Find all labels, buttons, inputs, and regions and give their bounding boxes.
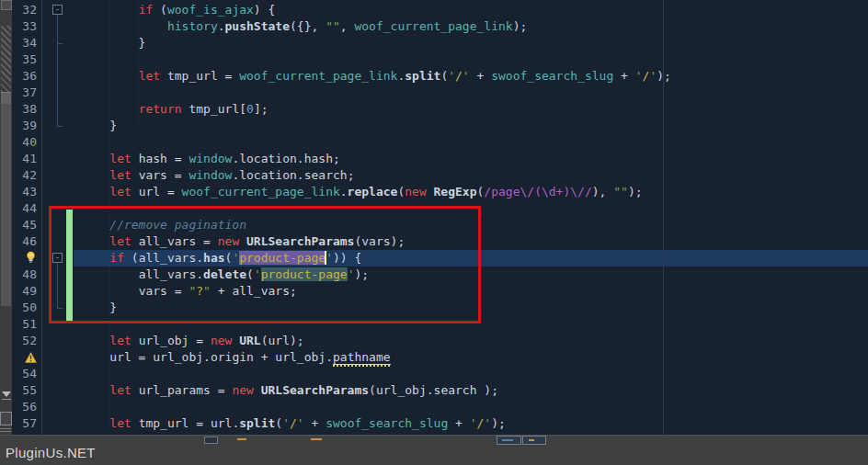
code-text[interactable]: [81, 366, 868, 382]
fold-column: [42, 167, 81, 184]
code-token: tmp_url: [167, 69, 218, 83]
line-number[interactable]: 55: [12, 382, 42, 399]
code-text[interactable]: }: [81, 118, 868, 134]
line-number[interactable]: 34: [12, 35, 42, 51]
left-tool-stripe[interactable]: [0, 0, 12, 465]
code-line-41[interactable]: 41 let hash = window.location.hash;: [12, 151, 868, 167]
lightbulb-icon[interactable]: [12, 250, 42, 267]
code-token: ': [448, 69, 455, 83]
line-number[interactable]: 33: [12, 18, 42, 35]
code-token: =: [131, 350, 153, 364]
scrollbar-segment[interactable]: [1, 92, 11, 105]
line-number[interactable]: 32: [12, 2, 42, 18]
code-text[interactable]: [81, 51, 868, 68]
warning-icon[interactable]: [12, 349, 42, 366]
code-token: .: [326, 350, 333, 364]
line-number[interactable]: 45: [12, 217, 42, 233]
code-token: url: [139, 185, 160, 198]
code-text[interactable]: [81, 399, 868, 415]
mini-widget[interactable]: [497, 436, 521, 445]
code-text[interactable]: let hash = window.location.hash;: [81, 151, 868, 167]
line-number[interactable]: 52: [12, 333, 42, 349]
code-line-57[interactable]: 57 let tmp_url = url.split('/' + swoof_s…: [12, 415, 868, 432]
code-line-55[interactable]: 55 let url_params = new URLSearchParams(…: [12, 382, 868, 399]
code-token: ': [470, 416, 477, 430]
code-token: +: [613, 69, 634, 83]
code-token: "": [326, 19, 340, 33]
code-token: .: [297, 168, 304, 182]
code-line-36[interactable]: 36 let tmp_url = woof_current_page_link.…: [12, 68, 868, 85]
code-text[interactable]: let url = woof_current_page_link.replace…: [81, 184, 868, 200]
line-number[interactable]: 48: [12, 267, 42, 283]
code-token: ': [635, 69, 643, 83]
code-line-34[interactable]: 34 }: [12, 35, 868, 51]
code-text[interactable]: let vars = window.location.search;: [81, 167, 868, 184]
line-number[interactable]: 42: [12, 167, 42, 184]
line-number[interactable]: 54: [12, 366, 42, 382]
code-line-35[interactable]: 35: [12, 51, 868, 68]
line-number[interactable]: 40: [12, 134, 42, 151]
scrollbar-mini-box[interactable]: [204, 437, 218, 444]
collapse-arrow-icon[interactable]: [2, 391, 11, 397]
code-text[interactable]: let url_obj = new URL(url);: [81, 333, 868, 349]
code-token: [131, 152, 139, 165]
code-token: ': [484, 416, 491, 430]
code-text[interactable]: return tmp_url[0];: [81, 101, 868, 118]
code-line-56[interactable]: 56: [12, 399, 868, 415]
code-text[interactable]: let tmp_url = woof_current_page_link.spl…: [81, 68, 868, 85]
line-number[interactable]: 35: [12, 51, 42, 68]
code-token: [254, 383, 261, 397]
code-token: ;: [333, 152, 340, 165]
fold-marker[interactable]: -: [52, 5, 63, 15]
code-line-39[interactable]: 39 }: [12, 118, 868, 134]
code-token: [81, 19, 167, 33]
code-editor[interactable]: 32 if (woof_is_ajax) {33 history.pushSta…: [12, 0, 868, 435]
mini-widget[interactable]: [522, 436, 546, 445]
line-number[interactable]: 43: [12, 184, 42, 200]
line-number[interactable]: 38: [12, 101, 42, 118]
line-number[interactable]: 49: [12, 283, 42, 300]
code-line-43[interactable]: 43 let url = woof_current_page_link.repl…: [12, 184, 868, 200]
code-token: url: [109, 350, 131, 364]
code-token: .: [203, 350, 211, 364]
code-line-33[interactable]: 33 history.pushState({}, "", woof_curren…: [12, 18, 868, 35]
line-number[interactable]: 50: [12, 300, 42, 316]
line-number[interactable]: 51: [12, 316, 42, 333]
code-token: new: [211, 334, 232, 347]
code-text[interactable]: if (woof_is_ajax) {: [81, 2, 868, 18]
fold-column: [42, 366, 81, 382]
line-number[interactable]: 41: [12, 151, 42, 167]
stripe-button[interactable]: [1, 0, 12, 10]
code-line-42[interactable]: 42 let vars = window.location.search;: [12, 167, 868, 184]
code-line-38[interactable]: 38 return tmp_url[0];: [12, 101, 868, 118]
line-number[interactable]: 46: [12, 233, 42, 250]
code-token: URLSearchParams: [261, 383, 369, 397]
code-line-40[interactable]: 40: [12, 134, 868, 151]
line-number[interactable]: 39: [12, 118, 42, 134]
stripe-tool-button[interactable]: [0, 412, 12, 425]
fold-column: [42, 349, 81, 366]
code-token: ': [297, 416, 304, 430]
line-number[interactable]: 57: [12, 415, 42, 432]
code-line-54[interactable]: 54: [12, 366, 868, 382]
scrollbar-hatch-track[interactable]: [1, 26, 11, 92]
line-number[interactable]: 56: [12, 399, 42, 415]
code-text[interactable]: }: [81, 35, 868, 51]
line-number[interactable]: 36: [12, 68, 42, 85]
code-text[interactable]: history.pushState({}, "", woof_current_p…: [81, 18, 868, 35]
code-text[interactable]: let url_params = new URLSearchParams(url…: [81, 382, 868, 399]
code-line-32[interactable]: 32 if (woof_is_ajax) {: [12, 2, 868, 18]
code-text[interactable]: let tmp_url = url.split('/' + swoof_sear…: [81, 415, 868, 432]
scrollbar-thumb[interactable]: [1, 104, 11, 306]
code-text[interactable]: [81, 134, 868, 151]
code-text[interactable]: url = url_obj.origin + url_obj.pathname: [81, 349, 868, 366]
code-line-37[interactable]: 37: [12, 85, 868, 101]
code-line-52[interactable]: 52 let url_obj = new URL(url);: [12, 333, 868, 349]
line-number[interactable]: 37: [12, 85, 42, 101]
code-line-53[interactable]: url = url_obj.origin + url_obj.pathname: [12, 349, 868, 366]
fold-column: [42, 151, 81, 167]
code-text[interactable]: [81, 85, 868, 101]
code-token: +: [254, 350, 275, 364]
code-token: [81, 168, 109, 182]
line-number[interactable]: 44: [12, 200, 42, 217]
